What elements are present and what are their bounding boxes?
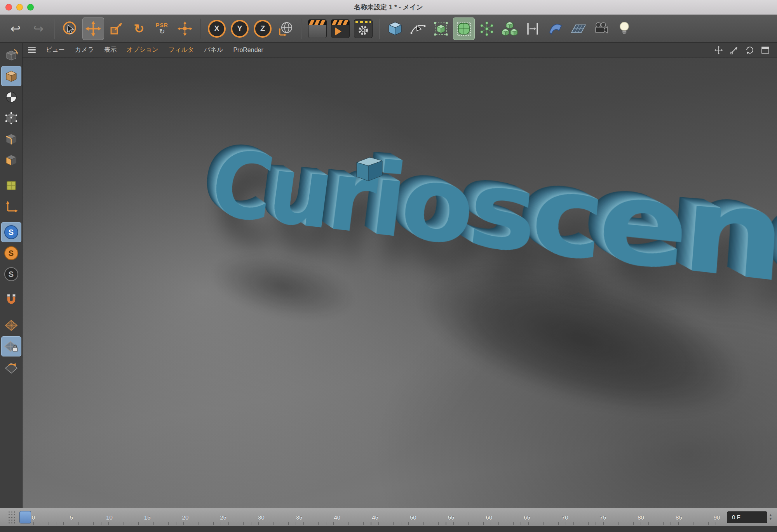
texture-mode-button[interactable] xyxy=(1,87,21,107)
frame-stepper[interactable]: ▲ ▼ xyxy=(769,513,772,521)
solo-hierarchy-icon: S xyxy=(4,267,18,281)
timeline-tick-label[interactable]: 35 xyxy=(296,514,303,520)
timeline-tick-label[interactable]: 75 xyxy=(600,514,606,520)
modeling-cage-button[interactable] xyxy=(430,17,452,40)
redo-icon: ↪ xyxy=(33,23,44,35)
redo-button[interactable]: ↪ xyxy=(28,17,49,40)
main-area: S S S xyxy=(0,43,777,508)
viewport-menu-item-2[interactable]: 表示 xyxy=(104,46,117,54)
timeline-tick-label[interactable]: 20 xyxy=(182,514,189,520)
viewport-menu-icon[interactable] xyxy=(28,47,36,53)
undo-button[interactable]: ↩ xyxy=(5,17,26,40)
polygon-mode-button[interactable] xyxy=(1,150,21,170)
toolbar-separator xyxy=(200,19,201,39)
timeline-tick-label[interactable]: 60 xyxy=(486,514,492,520)
lock-x-axis-button[interactable]: X xyxy=(206,17,228,40)
live-selection-button[interactable] xyxy=(59,17,81,40)
timeline-tick-label[interactable]: 40 xyxy=(334,514,340,520)
render-settings-icon xyxy=(354,19,373,38)
point-mode-button[interactable] xyxy=(1,108,21,128)
solo-hierarchy-button[interactable]: S xyxy=(1,264,21,284)
move-tool-button[interactable] xyxy=(82,17,104,40)
lock-workplane-button[interactable] xyxy=(1,336,21,356)
psr-tool-button[interactable]: PSR ↻ xyxy=(151,17,173,40)
viewport-menu-item-1[interactable]: カメラ xyxy=(75,46,94,54)
cloner-button[interactable] xyxy=(476,17,498,40)
make-editable-icon xyxy=(4,48,19,63)
timeline-tick-label[interactable]: 45 xyxy=(372,514,378,520)
viewport-menu-item-6[interactable]: ProRender xyxy=(233,47,263,54)
timeline-tick-label[interactable]: 10 xyxy=(106,514,113,520)
axis-modify-button[interactable] xyxy=(174,17,196,40)
coordinate-system-button[interactable] xyxy=(275,17,296,40)
frame-stepper-up-icon[interactable]: ▲ xyxy=(769,513,772,517)
timeline-tick-label[interactable]: 30 xyxy=(258,514,265,520)
model-mode-button[interactable] xyxy=(1,66,21,86)
subdivision-surface-button[interactable] xyxy=(453,17,475,40)
edge-mode-icon xyxy=(4,132,19,146)
timeline-tick-label[interactable]: 85 xyxy=(676,514,682,520)
rotate-icon: ↻ xyxy=(134,23,145,35)
axis-mode-button[interactable] xyxy=(1,196,21,217)
solo-off-button[interactable]: S xyxy=(1,222,21,242)
render-view-icon xyxy=(308,19,327,38)
spline-pen-button[interactable] xyxy=(407,17,429,40)
timeline-ruler[interactable]: 051015202530354045505560657075808590 xyxy=(23,508,727,526)
frame-stepper-down-icon[interactable]: ▼ xyxy=(769,517,772,521)
render-view-button[interactable] xyxy=(307,17,328,40)
polygon-mode-icon xyxy=(4,153,19,167)
frame-counter[interactable]: 0 F xyxy=(727,511,767,523)
timeline-tick-label[interactable]: 25 xyxy=(220,514,226,520)
y-axis-icon: Y xyxy=(231,20,249,38)
timeline-tick-label[interactable]: 15 xyxy=(144,514,151,520)
timeline-tick-label[interactable]: 70 xyxy=(562,514,568,520)
make-editable-button[interactable] xyxy=(1,45,21,65)
dolly-view-icon[interactable] xyxy=(730,45,739,55)
timeline-tick-label[interactable]: 55 xyxy=(448,514,455,520)
spline-mask-button[interactable] xyxy=(522,17,544,40)
solo-off-icon: S xyxy=(4,225,18,239)
lock-y-axis-button[interactable]: Y xyxy=(229,17,251,40)
viewport[interactable]: Curioscene xyxy=(23,57,777,508)
solo-single-button[interactable]: S xyxy=(1,243,21,263)
lock-z-axis-button[interactable]: Z xyxy=(252,17,274,40)
camera-button[interactable] xyxy=(591,17,612,40)
pan-view-icon[interactable] xyxy=(714,45,723,55)
timeline-tick-label[interactable]: 0 xyxy=(32,514,35,520)
deformer-button[interactable] xyxy=(545,17,566,40)
light-button[interactable] xyxy=(613,17,635,40)
array-button[interactable] xyxy=(499,17,521,40)
viewport-menu-item-5[interactable]: パネル xyxy=(204,46,223,54)
render-picture-viewer-button[interactable] xyxy=(329,17,351,40)
timeline-track[interactable]: 051015202530354045505560657075808590 xyxy=(33,508,717,526)
workplane-mode-button[interactable] xyxy=(1,315,21,336)
viewport-menu-item-0[interactable]: ビュー xyxy=(46,46,65,54)
edit-render-settings-button[interactable] xyxy=(352,17,374,40)
point-mode-icon xyxy=(4,111,19,125)
rotate-tool-button[interactable]: ↻ xyxy=(128,17,150,40)
snap-toggle-button[interactable] xyxy=(1,290,21,310)
rotate-workplane-button[interactable] xyxy=(1,357,21,377)
timeline-tick-label[interactable]: 65 xyxy=(524,514,530,520)
live-selection-icon xyxy=(62,21,78,37)
move-icon xyxy=(85,21,101,37)
timeline-tick-label[interactable]: 90 xyxy=(714,514,720,520)
scale-tool-button[interactable] xyxy=(105,17,127,40)
edge-mode-button[interactable] xyxy=(1,129,21,149)
cube-primitive-icon xyxy=(387,20,404,37)
maximize-view-icon[interactable] xyxy=(761,45,770,55)
orbit-view-icon[interactable] xyxy=(745,45,754,55)
spline-pen-icon xyxy=(409,20,427,37)
frame-counter-value: 0 F xyxy=(732,514,740,520)
timeline-tick-label[interactable]: 80 xyxy=(638,514,644,520)
tweak-mode-button[interactable] xyxy=(1,176,21,196)
solo-single-icon: S xyxy=(4,246,18,260)
timeline-tick-label[interactable]: 50 xyxy=(410,514,416,520)
viewport-menu-item-4[interactable]: フィルタ xyxy=(169,46,194,54)
timeline-playhead[interactable] xyxy=(19,511,31,523)
floor-button[interactable] xyxy=(568,17,589,40)
scene-cube-dot[interactable] xyxy=(352,155,385,183)
add-cube-primitive-button[interactable] xyxy=(384,17,406,40)
timeline-tick-label[interactable]: 5 xyxy=(70,514,73,520)
viewport-menu-item-3[interactable]: オプション xyxy=(127,46,159,54)
